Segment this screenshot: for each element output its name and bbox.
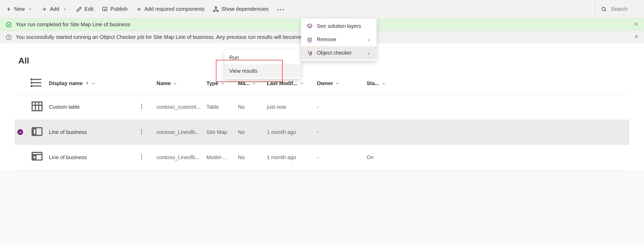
svg-point-44 (141, 129, 142, 130)
menu-item-object-checker[interactable]: Object checker (301, 46, 377, 60)
cell-owner: - (314, 120, 364, 145)
row-actions-button[interactable] (141, 155, 142, 161)
search-input[interactable] (610, 6, 642, 12)
submenu-label: Run (229, 55, 239, 60)
cell-display-name: Custom table (46, 95, 138, 120)
svg-point-18 (6, 22, 11, 27)
cell-type: Model-... (204, 145, 235, 170)
show-dependencies-button[interactable]: Show dependencies (209, 4, 272, 14)
submenu-view-results[interactable]: View results (225, 64, 301, 78)
chevron-down-icon (27, 6, 33, 12)
svg-point-40 (141, 106, 142, 107)
svg-point-23 (9, 36, 9, 36)
command-bar: New Add Edit Publish (0, 0, 644, 18)
search-box[interactable] (595, 0, 642, 18)
svg-point-31 (31, 79, 32, 80)
table-row[interactable]: Line of business contoso_Lineofb... Site… (15, 120, 629, 145)
svg-marker-26 (307, 24, 312, 27)
close-banner-button[interactable] (634, 22, 639, 28)
menu-label: See solution layers (317, 23, 361, 29)
plus-icon (6, 6, 12, 12)
row-select[interactable] (15, 95, 28, 120)
edit-button[interactable]: Edit (72, 4, 97, 14)
svg-point-14 (280, 9, 281, 10)
list-icon (30, 85, 44, 90)
layers-icon (307, 23, 313, 29)
add-required-button[interactable]: Add required components (132, 4, 208, 14)
header-label: Sta... (367, 80, 379, 86)
menu-item-remove[interactable]: Remove (301, 33, 377, 46)
column-owner[interactable]: Owner (314, 72, 364, 95)
svg-point-41 (141, 108, 142, 109)
header-label: Name (157, 80, 171, 86)
vertical-ellipsis-icon (141, 103, 142, 109)
row-select[interactable] (15, 145, 28, 170)
edit-label: Edit (85, 6, 94, 12)
table-row[interactable]: Line of business contoso_Lineofb... Mode… (15, 145, 629, 170)
row-actions-button[interactable] (141, 130, 142, 135)
row-select[interactable] (15, 120, 28, 145)
header-label: Owner (317, 80, 333, 86)
plus-icon (41, 6, 47, 12)
publish-icon (102, 6, 108, 12)
column-display-name[interactable]: Display name (46, 72, 138, 95)
svg-point-50 (141, 154, 142, 155)
column-select[interactable] (15, 72, 28, 95)
vertical-ellipsis-icon (141, 154, 142, 160)
svg-point-39 (141, 104, 142, 105)
submenu-run[interactable]: Run (225, 51, 301, 64)
selected-check-icon (17, 129, 23, 135)
cell-display-name: Line of business (46, 145, 138, 170)
svg-point-33 (31, 85, 32, 86)
add-button[interactable]: Add (38, 4, 71, 14)
svg-point-16 (602, 7, 605, 11)
chevron-down-icon (252, 82, 256, 85)
row-actions-button[interactable] (141, 105, 142, 110)
trash-icon (307, 37, 313, 43)
cell-status: On (364, 145, 629, 170)
content-area: All Display name (0, 43, 644, 170)
close-banner-button[interactable] (634, 34, 639, 40)
submenu-label: View results (229, 68, 257, 74)
ellipsis-icon (277, 9, 284, 11)
new-button[interactable]: New (2, 4, 37, 14)
chevron-down-icon (92, 82, 95, 85)
table-row[interactable]: Custom table contoso_customt... Table No… (15, 95, 629, 120)
info-circle-icon (6, 34, 12, 40)
menu-item-solution-layers[interactable]: See solution layers (301, 19, 377, 33)
svg-rect-43 (33, 129, 36, 134)
overflow-button[interactable] (273, 4, 288, 14)
header-label: Display name (49, 80, 83, 86)
publish-button[interactable]: Publish (98, 4, 131, 14)
chevron-down-icon (173, 82, 177, 85)
pencil-icon (76, 6, 82, 12)
cell-status (364, 95, 629, 120)
svg-rect-7 (215, 7, 217, 8)
add-required-label: Add required components (144, 6, 205, 12)
svg-point-15 (283, 9, 284, 10)
header-label: Ma... (238, 80, 250, 86)
cell-owner: - (314, 95, 364, 120)
cell-name: contoso_customt... (154, 95, 204, 120)
table-icon (30, 108, 44, 114)
svg-rect-9 (217, 10, 218, 12)
sort-ascending-icon (85, 82, 89, 85)
header-label: Last Modif... (267, 80, 298, 86)
svg-point-27 (311, 52, 312, 53)
svg-point-46 (141, 133, 142, 134)
cell-managed: No (235, 95, 264, 120)
column-status[interactable]: Sta... (364, 72, 629, 95)
svg-point-13 (278, 9, 279, 10)
add-label: Add (50, 6, 59, 12)
overflow-menu: See solution layers Remove Object checke… (301, 18, 377, 61)
publish-label: Publish (110, 6, 128, 12)
column-name[interactable]: Name (154, 72, 204, 95)
column-icon[interactable] (28, 72, 46, 95)
menu-label: Object checker (317, 50, 352, 56)
vertical-ellipsis-icon (141, 129, 142, 134)
dependencies-icon (213, 6, 219, 12)
stethoscope-icon (307, 50, 313, 56)
cell-name: contoso_Lineofb... (154, 120, 204, 145)
close-icon (634, 34, 639, 39)
svg-rect-8 (214, 10, 215, 12)
